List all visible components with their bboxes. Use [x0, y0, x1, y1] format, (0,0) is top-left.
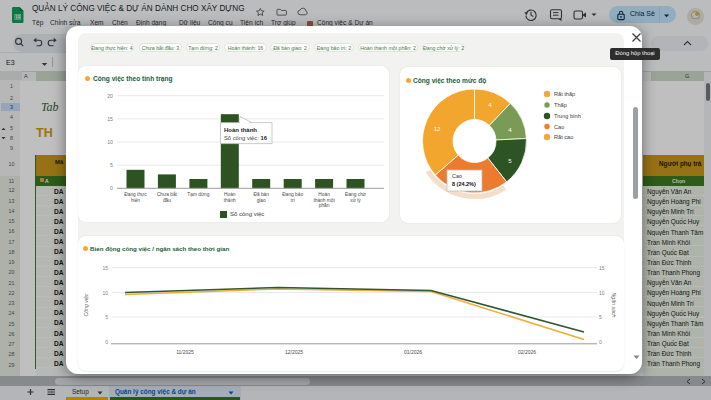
- svg-text:Rất thấp: Rất thấp: [554, 91, 575, 97]
- svg-text:Công việc: Công việc: [83, 293, 89, 316]
- svg-text:Rất cao: Rất cao: [554, 134, 573, 140]
- svg-text:Cao: Cao: [554, 124, 564, 130]
- svg-text:Trung bình: Trung bình: [554, 113, 581, 119]
- svg-text:12: 12: [434, 126, 441, 132]
- svg-text:Ngân sách: Ngân sách: [611, 293, 617, 318]
- svg-text:Thấp: Thấp: [554, 102, 567, 108]
